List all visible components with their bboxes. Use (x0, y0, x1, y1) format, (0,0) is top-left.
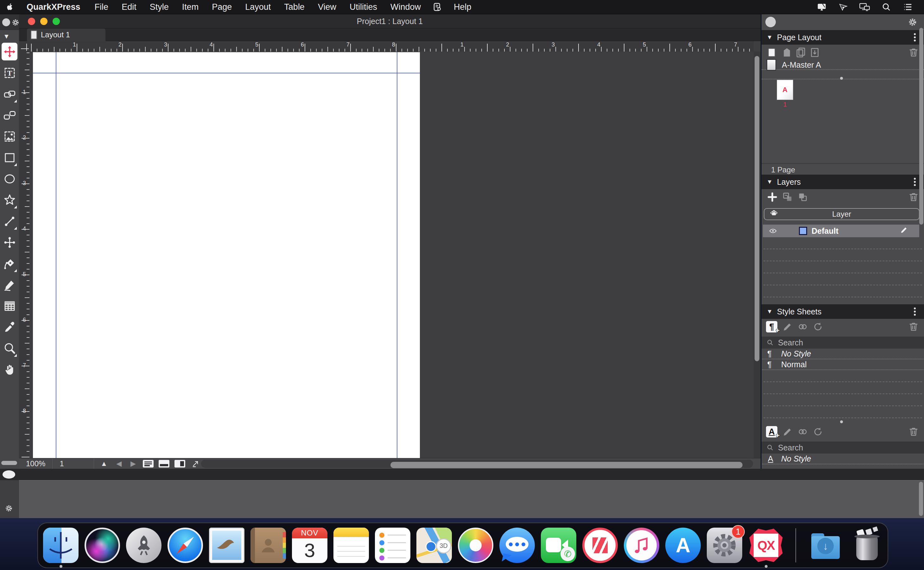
layout-tab[interactable]: Layout 1 (27, 29, 105, 41)
horizontal-scrollbar[interactable] (201, 460, 753, 468)
view-split-button[interactable] (174, 460, 185, 467)
dock-contacts-icon[interactable] (251, 528, 286, 563)
zoom-level-field[interactable]: 100% (19, 459, 52, 468)
title-bar[interactable]: Project1 : Layout 1 (19, 14, 761, 29)
dock-safari-icon[interactable] (168, 528, 203, 563)
dock-siri-icon[interactable] (85, 528, 120, 563)
dock-facetime-icon[interactable]: ✆ (541, 528, 576, 563)
eyedropper-tool[interactable] (0, 317, 19, 338)
line-tool[interactable] (0, 211, 19, 232)
chevron-down-icon[interactable]: ▼ (3, 32, 10, 40)
master-page-up-button[interactable]: ▲ (96, 460, 112, 468)
paragraph-style-search-field[interactable]: Search (761, 337, 924, 349)
previous-page-button[interactable]: ◀ (112, 460, 126, 468)
dock-downloads-icon[interactable]: ↓ (808, 528, 843, 563)
dock-maps-icon[interactable]: 3D (417, 528, 452, 563)
refresh-style-button[interactable] (812, 426, 824, 437)
move-to-layer-button[interactable] (782, 192, 793, 203)
menu-item-window[interactable]: Window (384, 0, 427, 14)
dock-reminders-icon[interactable] (375, 528, 410, 563)
edit-style-button[interactable] (782, 321, 793, 332)
item-move-tool[interactable] (2, 43, 17, 60)
menu-item-style[interactable]: Style (143, 0, 175, 14)
horizontal-ruler[interactable]: 123456781234567 (29, 41, 753, 52)
margin-guide-left[interactable] (56, 52, 56, 458)
dock-notes-icon[interactable] (334, 528, 369, 563)
refresh-style-button[interactable] (812, 321, 824, 332)
gear-icon[interactable] (5, 504, 13, 512)
dock-finder-icon[interactable] (43, 528, 78, 563)
text-unlinking-tool[interactable] (0, 105, 19, 126)
menu-item-layout[interactable]: Layout (238, 0, 277, 14)
table-tool[interactable] (0, 296, 19, 317)
palette-collapse-button[interactable] (766, 17, 776, 27)
dock-messages-icon[interactable] (500, 528, 535, 563)
zoom-tool[interactable] (0, 338, 19, 359)
spotlight-search-icon[interactable] (881, 2, 892, 12)
dock-launchpad-icon[interactable] (126, 528, 161, 563)
bezier-pen-tool[interactable] (0, 253, 19, 274)
import-page-button[interactable] (809, 47, 821, 58)
menu-item-view[interactable]: View (311, 0, 343, 14)
text-linking-tool[interactable] (0, 84, 19, 105)
apple-menu-icon[interactable] (0, 2, 19, 12)
layout-canvas[interactable] (29, 52, 753, 458)
update-style-button[interactable] (797, 426, 809, 437)
composition-zones-tool[interactable] (0, 232, 19, 253)
panel-menu-icon[interactable] (914, 178, 916, 186)
page-number-field[interactable]: 1 (52, 459, 94, 468)
next-page-button[interactable]: ▶ (126, 460, 140, 468)
chevron-down-icon[interactable]: ▼ (767, 308, 773, 315)
gear-icon[interactable] (908, 17, 917, 27)
duplicate-page-button[interactable] (795, 47, 807, 58)
dock-mail-icon[interactable] (209, 528, 244, 563)
gear-icon[interactable] (11, 18, 20, 26)
master-page-row[interactable]: A-Master A (761, 60, 924, 70)
dock-system-preferences-icon[interactable]: 1 (707, 528, 742, 563)
display-icon[interactable] (816, 2, 827, 12)
character-style-row-no-style[interactable]: ANo Style (762, 454, 923, 464)
update-style-button[interactable] (797, 321, 809, 332)
layers-panel-header[interactable]: ▼ Layers (761, 175, 924, 189)
panel-menu-icon[interactable] (914, 33, 916, 41)
view-mode-preview-button[interactable] (158, 460, 169, 467)
merge-layers-button[interactable] (797, 192, 809, 203)
paragraph-style-row-no-style[interactable]: ¶No Style (762, 349, 923, 359)
chevron-down-icon[interactable]: ▼ (767, 34, 773, 41)
menu-item-help[interactable]: Help (447, 0, 478, 14)
dock-itunes-icon[interactable] (624, 528, 659, 563)
vertical-scrollbar-thumb[interactable] (755, 56, 759, 361)
dock-quarkxpress-icon[interactable]: QX (748, 528, 784, 563)
menu-item-page[interactable]: Page (205, 0, 238, 14)
view-mode-editor-button[interactable] (143, 460, 154, 467)
eye-icon[interactable] (769, 227, 778, 235)
pan-tool[interactable] (0, 359, 19, 380)
style-sheets-panel-header[interactable]: ▼ Style Sheets (761, 304, 924, 319)
vertical-scrollbar[interactable] (753, 52, 761, 458)
starburst-tool[interactable] (0, 190, 19, 211)
trash-icon[interactable] (908, 426, 919, 437)
menu-list-icon[interactable] (902, 2, 913, 12)
pointer-device-icon[interactable] (838, 2, 849, 12)
text-content-tool[interactable]: T (0, 62, 19, 84)
trash-icon[interactable] (908, 321, 919, 332)
layer-color-swatch[interactable] (799, 227, 807, 235)
ruler-origin-corner[interactable] (19, 41, 29, 52)
export-view-icon[interactable] (191, 459, 200, 468)
menu-item-utilities[interactable]: Utilities (343, 0, 384, 14)
trash-icon[interactable] (908, 47, 919, 58)
panel-splitter-handle[interactable] (840, 77, 843, 80)
edit-layer-icon[interactable] (899, 225, 909, 236)
panel-menu-icon[interactable] (914, 308, 916, 316)
layer-row-default[interactable]: Default (763, 225, 919, 237)
palette-scrollbar-thumb[interactable] (919, 28, 923, 225)
menu-item-item[interactable]: Item (175, 0, 206, 14)
dock-trash-icon[interactable] (849, 528, 885, 563)
new-page-button[interactable] (766, 47, 777, 58)
paragraph-style-row-normal[interactable]: ¶Normal (762, 359, 923, 370)
new-paragraph-style-button[interactable]: ¶+ (766, 321, 777, 332)
measurements-palette[interactable] (19, 480, 924, 518)
horizontal-scrollbar-thumb[interactable] (391, 462, 743, 468)
add-layer-button[interactable] (767, 192, 778, 203)
menu-item-file[interactable]: File (88, 0, 115, 14)
